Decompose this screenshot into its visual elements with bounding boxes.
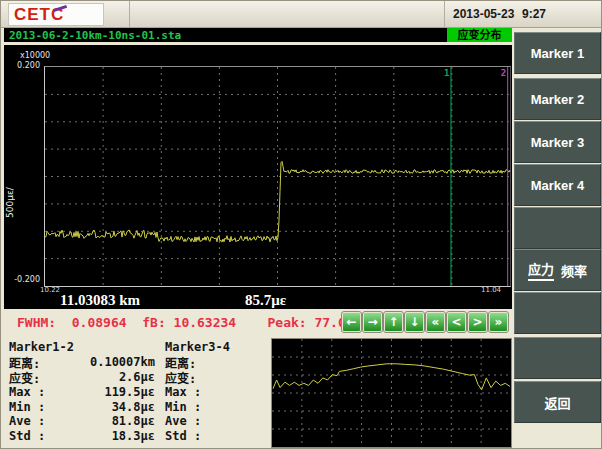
arrow-left-icon: ←: [346, 315, 356, 329]
topbar-divider: [129, 1, 130, 27]
arrow-right-button[interactable]: →: [363, 312, 382, 332]
marker12-ave-value: 81.8με: [57, 414, 161, 428]
cetc-logo: CETC: [8, 3, 104, 26]
marker12-std-value: 18.3με: [57, 429, 161, 443]
title-bar: CETC 2013-05-23 9:27: [1, 1, 602, 28]
topbar-divider: [444, 1, 445, 27]
fb-label: fB:: [142, 315, 165, 330]
double-chevron-left-icon: «: [432, 315, 440, 329]
mode-badge: 应变分布: [447, 28, 512, 42]
frequency-label: 频率: [561, 261, 587, 280]
marker-3-label: Marker 3: [531, 135, 584, 150]
y-axis-max-label: 0.200: [8, 61, 40, 70]
separator: [4, 42, 512, 45]
table-row-label: Max :: [9, 385, 57, 399]
blank-softkey-button[interactable]: [514, 337, 601, 379]
back-label: 返回: [544, 393, 570, 412]
measurement-bar: FWHM: 0.08964 fB: 10.63234 Peak: 77.0916…: [4, 309, 512, 337]
marker12-strain-value: 2.6με: [57, 370, 161, 384]
marker34-header: Marker3-4: [161, 340, 265, 354]
double-chevron-right-icon: »: [495, 315, 503, 329]
strain-trace-svg[interactable]: 12: [45, 67, 510, 286]
marker-4-button[interactable]: Marker 4: [514, 164, 601, 206]
cursor-navigation-buttons: ← → ↑ ↓ « < > »: [342, 312, 512, 334]
arrow-down-icon: ↓: [409, 315, 419, 329]
cursor-readout: 11.03083 km 85.7με: [4, 292, 509, 309]
blank-softkey-button[interactable]: [514, 207, 601, 249]
file-bar: 2013-06-2-10km-10ns-01.sta 应变分布: [4, 28, 512, 42]
table-row-label: Std :: [9, 429, 57, 443]
marker-statistics-table: Marker1-2 Marker3-4 距离: 0.10007km 距离: 应变…: [9, 340, 269, 444]
y-axis-min-label: -0.200: [8, 275, 40, 284]
step-right-button[interactable]: >: [468, 312, 487, 332]
table-row-label: 应变:: [9, 369, 57, 386]
instrument-screen: CETC 2013-05-23 9:27 2013-06-2-10km-10ns…: [0, 0, 602, 449]
arrow-up-icon: ↑: [388, 315, 398, 329]
svg-text:1: 1: [444, 68, 449, 78]
marker12-distance-value: 0.10007km: [57, 355, 161, 369]
arrow-up-button[interactable]: ↑: [384, 312, 403, 332]
fb-value: 10.63234: [174, 315, 237, 330]
cursor-distance-value: 11.03083 km: [60, 292, 140, 309]
y-scale-multiplier-label: x10000: [20, 51, 50, 60]
marker-4-label: Marker 4: [531, 178, 584, 193]
fast-right-button[interactable]: »: [489, 312, 508, 332]
main-display-area: 2013-06-2-10km-10ns-01.sta 应变分布 x10000 0…: [4, 28, 512, 309]
step-left-button[interactable]: <: [447, 312, 466, 332]
table-row-label: Max :: [161, 385, 209, 399]
fwhm-label: FWHM:: [17, 315, 56, 330]
fast-left-button[interactable]: «: [426, 312, 445, 332]
fwhm-value: 0.08964: [72, 315, 127, 330]
table-row-label: Ave :: [161, 414, 209, 428]
marker-2-label: Marker 2: [531, 92, 584, 107]
chevron-left-icon: <: [451, 315, 461, 329]
strain-trace-plot[interactable]: 12: [44, 66, 511, 287]
stress-label: 应力: [528, 259, 554, 281]
time-display: 9:27: [522, 7, 546, 21]
date-display: 2013-05-23: [453, 7, 514, 21]
marker-2-button[interactable]: Marker 2: [514, 78, 601, 120]
arrow-right-icon: →: [367, 315, 377, 329]
marker-1-label: Marker 1: [531, 46, 584, 61]
chevron-right-icon: >: [472, 315, 482, 329]
table-row-label: Min :: [9, 400, 57, 414]
marker-1-button[interactable]: Marker 1: [514, 32, 601, 74]
cursor-strain-value: 85.7με: [245, 292, 286, 309]
spectrum-detail-svg: [272, 339, 511, 447]
loaded-filename: 2013-06-2-10km-10ns-01.sta: [9, 29, 181, 42]
stress-frequency-toggle-button[interactable]: 应力 频率: [514, 249, 601, 291]
table-row-label: 应变:: [161, 369, 209, 386]
peak-label: Peak:: [268, 315, 307, 330]
table-row-label: Std :: [161, 429, 209, 443]
svg-text:2: 2: [501, 68, 506, 78]
marker12-header: Marker1-2: [9, 340, 161, 354]
fwhm-readout: FWHM: 0.08964 fB: 10.63234 Peak: 77.0916…: [17, 315, 377, 330]
arrow-left-button[interactable]: ←: [342, 312, 361, 332]
marker12-max-value: 119.5με: [57, 385, 161, 399]
arrow-down-button[interactable]: ↓: [405, 312, 424, 332]
marker-3-button[interactable]: Marker 3: [514, 121, 601, 163]
marker12-min-value: 34.8με: [57, 400, 161, 414]
back-button[interactable]: 返回: [514, 381, 601, 423]
spectrum-detail-plot: [271, 338, 512, 448]
blank-softkey-button[interactable]: [514, 292, 601, 334]
table-row-label: Min :: [161, 400, 209, 414]
y-axis-unit-label: 500με/: [5, 148, 15, 218]
table-row-label: Ave :: [9, 414, 57, 428]
